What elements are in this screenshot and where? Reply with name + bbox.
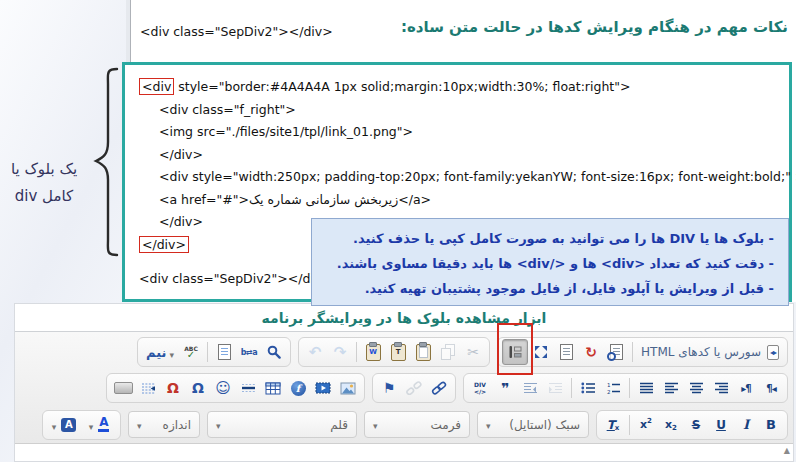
preview-icon[interactable] (604, 340, 628, 364)
strikethrough-icon[interactable] (684, 413, 708, 437)
page-break-icon[interactable] (136, 376, 160, 400)
image-icon[interactable] (336, 376, 360, 400)
bg-color-dropdown[interactable] (47, 413, 81, 437)
style-dropdown[interactable]: سبک (استایل) (477, 411, 589, 438)
format-dropdown[interactable]: فرمت (364, 411, 470, 438)
spellcheck-icon[interactable] (179, 340, 203, 364)
special-char-blue-icon[interactable] (186, 376, 210, 400)
text-color-dropdown[interactable] (82, 413, 116, 437)
show-blocks-icon[interactable] (502, 339, 528, 365)
annotation-line: - قبل از ویرایش یا آپلود فایل، از فایل م… (322, 276, 774, 301)
svg-text:1: 1 (607, 382, 611, 388)
replace-icon[interactable] (237, 340, 261, 364)
toolbar-row-3: اندازه قلم فرمت سبک (استایل) (20, 408, 788, 442)
redo-icon[interactable] (328, 340, 352, 364)
numbered-list-icon[interactable]: 12 (601, 376, 625, 400)
code-sepdiv-top: <div class="SepDiv2"></div> (140, 24, 333, 39)
chevron-down-icon (137, 418, 142, 432)
div-open-highlight: <div (139, 78, 174, 95)
table-icon[interactable] (261, 376, 285, 400)
smiley-icon[interactable] (211, 376, 235, 400)
chevron-down-icon (170, 343, 175, 362)
code-line: <div class="f_right"> (139, 99, 775, 122)
nim-halfspace-dropdown[interactable]: نیم (142, 340, 178, 364)
justify-icon[interactable] (634, 376, 658, 400)
editor-toolbar: نیم (15, 331, 793, 446)
editor-content-area[interactable]: ▲ (15, 443, 793, 461)
bold-icon[interactable] (759, 413, 783, 437)
align-right-icon[interactable] (709, 376, 733, 400)
editor-panel: ابزار مشاهده بلوک ها در ویرایشگر برنامه … (14, 303, 794, 462)
text-color-icon (98, 417, 109, 432)
font-dropdown[interactable]: قلم (207, 411, 357, 438)
scroll-up-icon[interactable]: ▲ (784, 446, 790, 456)
media-icon[interactable] (311, 376, 335, 400)
cut-icon[interactable] (461, 340, 485, 364)
align-left-icon[interactable] (659, 376, 683, 400)
select-all-icon[interactable] (212, 340, 236, 364)
paste-from-word-icon[interactable] (361, 340, 385, 364)
copy-icon[interactable] (436, 340, 460, 364)
size-dropdown[interactable]: اندازه (128, 411, 200, 438)
remove-format-icon[interactable] (601, 413, 625, 437)
code-line: <img src="./files/site1/tpl/link_01.png"… (139, 121, 775, 144)
flash-icon[interactable] (286, 376, 310, 400)
chevron-down-icon (89, 415, 94, 434)
docprops-icon[interactable] (579, 340, 603, 364)
annotation-line: - دقت کنید که تعداد <div> ها و </div> ها… (322, 251, 774, 276)
outdent-icon[interactable] (518, 376, 542, 400)
annotation-line: - بلوک ها یا DIV ها را می توانید به صورت… (322, 226, 774, 251)
screenshot-root: <div class="SepDiv2"></div> نکات مهم در … (0, 0, 796, 462)
code-line: </div> (139, 144, 775, 167)
superscript-icon[interactable] (634, 413, 658, 437)
code-line: <a href="#">زیربخش سازمانی شماره یک</a> (139, 189, 775, 212)
toolbar-group-basicstyles (596, 410, 788, 440)
toolbar-group-colors (42, 410, 121, 440)
anchor-flag-icon[interactable] (377, 376, 401, 400)
chevron-down-icon (216, 418, 221, 432)
toolbar-group-find: نیم (137, 337, 291, 367)
code-line: <div style="border:#4A4A4A 1px solid;mar… (139, 76, 775, 99)
link-icon[interactable] (427, 376, 451, 400)
italic-icon[interactable] (734, 413, 758, 437)
blockquote-icon[interactable] (493, 376, 517, 400)
undo-icon[interactable] (303, 340, 327, 364)
show-blocks-callout (502, 339, 528, 365)
annotation-box: - بلوک ها یا DIV ها را می توانید به صورت… (311, 218, 789, 306)
align-center-icon[interactable] (684, 376, 708, 400)
ltr-paragraph-icon[interactable] (734, 376, 758, 400)
page-title: نکات مهم در هنگام ویرایش کدها در حالت مت… (358, 18, 788, 36)
toolbar-group-clipboard (298, 337, 490, 367)
maximize-icon[interactable] (529, 340, 553, 364)
curly-brace (90, 66, 122, 258)
find-icon[interactable] (262, 340, 286, 364)
toolbar-group-paragraph: 12 (463, 373, 788, 403)
source-icon (767, 345, 779, 360)
new-page-icon[interactable] (554, 340, 578, 364)
chevron-down-icon (52, 415, 57, 434)
horizontal-rule-icon[interactable] (236, 376, 260, 400)
chevron-down-icon (486, 418, 491, 432)
source-button[interactable]: سورس یا کدهای HTML (637, 340, 783, 364)
indent-icon[interactable] (543, 376, 567, 400)
paste-as-text-icon[interactable] (386, 340, 410, 364)
bullet-list-icon[interactable] (576, 376, 600, 400)
unlink-icon[interactable] (402, 376, 426, 400)
editor-heading: ابزار مشاهده بلوک ها در ویرایشگر برنامه (15, 304, 793, 326)
rtl-paragraph-icon[interactable] (759, 376, 783, 400)
chevron-down-icon (373, 418, 378, 432)
toolbar-group-source: سورس یا کدهای HTML (497, 337, 788, 367)
svg-text:2: 2 (607, 389, 611, 394)
subscript-icon[interactable] (659, 413, 683, 437)
toolbar-group-insert (106, 373, 365, 403)
form-button-icon[interactable] (111, 376, 135, 400)
bg-color-icon (61, 418, 76, 432)
special-char-red-icon[interactable] (161, 376, 185, 400)
paste-icon[interactable] (411, 340, 435, 364)
toolbar-row-2: 12 (20, 371, 788, 405)
toolbar-row-1: نیم (20, 335, 788, 369)
div-close-highlight: </div> (139, 236, 189, 253)
code-line: <div style="width:250px; padding-top:20p… (139, 166, 775, 189)
underline-icon[interactable] (709, 413, 733, 437)
div-container-icon[interactable] (468, 376, 492, 400)
